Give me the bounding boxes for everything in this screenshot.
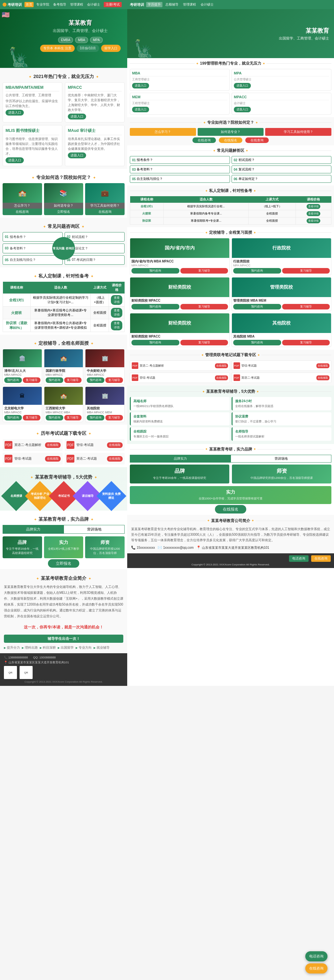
school4-btn1[interactable]: 预约咨询 — [46, 415, 63, 420]
school2-btn2[interactable]: 复习辅导 — [105, 377, 123, 383]
school1-btn2[interactable]: 复习辅导 — [64, 377, 82, 383]
right-nav-link-0[interactable]: 学历提升 — [146, 2, 162, 7]
school2-btn1[interactable]: 预约咨询 — [87, 377, 104, 383]
right-online-btn3[interactable]: 在线查询 — [245, 137, 269, 143]
right-school-btn0-1[interactable]: 预约咨询 — [131, 268, 179, 274]
right-footer-btn-phone[interactable]: 电话咨询 — [289, 555, 309, 562]
faq-item-1[interactable]: 02 初试流程？ — [65, 232, 125, 242]
right-nav-link-2[interactable]: 管理课程 — [181, 2, 198, 7]
right-major-card-3: MPACC 会计硕士 进题入口 — [231, 93, 331, 115]
right-custom-btn-2[interactable]: 查看详情 — [307, 218, 320, 223]
choose-card-btn-0[interactable]: 在线咨询 — [3, 208, 42, 215]
right-online-btn[interactable]: 在线咨询 — [192, 137, 216, 143]
right-faq-item-3[interactable]: 04 复试流程？ — [231, 165, 332, 173]
about-cta[interactable]: 辅导学生出击一次！ — [4, 635, 123, 643]
right-faq-item-5[interactable]: 06 单证如何定？ — [231, 175, 332, 183]
right-custom-btn-1[interactable]: 查看详情 — [307, 211, 320, 216]
faq-item-0[interactable]: 01 报考条件？ — [3, 232, 63, 242]
custom-row1-btn[interactable]: 查看详情 — [111, 308, 122, 318]
right-school-btn5-2[interactable]: 复习辅导 — [282, 340, 330, 345]
major-card-link-0[interactable]: 进题入口 — [6, 110, 24, 116]
right-choose-item-1[interactable]: 如何选专业？ — [198, 128, 264, 136]
hero-btn2[interactable]: 3月份/10月 — [77, 45, 99, 52]
faq-item-4[interactable]: 05 自主划线与排位？ — [3, 255, 63, 265]
major-card-link-3[interactable]: 进题入口 — [68, 153, 86, 158]
right-school-btn0-2[interactable]: 复习辅导 — [180, 268, 228, 274]
right-download-btn-1[interactable]: 在线领取 — [317, 363, 329, 368]
right-custom-btn-0[interactable]: 查看详情 — [307, 204, 320, 209]
right-hero: 🗽 某某教育 出国留学、工商管理、会计硕士 — [127, 9, 334, 58]
download-btn-0[interactable]: 在线领取 — [45, 442, 61, 448]
nav-link-prep[interactable]: 备考指导 — [52, 2, 68, 7]
school5-btn2[interactable]: 复习辅导 — [105, 415, 123, 420]
download-btn-1[interactable]: 在线领取 — [107, 442, 123, 448]
left-hero: 🇺🇸 🗽 某某教育 出国留学、工商管理、会计硕士 EMBA MBA MPA 专升… — [0, 9, 127, 68]
right-school-btn4-2[interactable]: 复习辅导 — [180, 340, 228, 345]
right-school-btn3-1[interactable]: 预约咨询 — [233, 304, 281, 309]
school0-btn2[interactable]: 复习辅导 — [23, 377, 40, 383]
right-brand-tab-1[interactable]: 营训场地 — [231, 455, 331, 463]
right-brand-tab-0[interactable]: 品牌实力 — [130, 455, 231, 463]
right-contact: 📞 15xxxxxxxxx ✉️ 1xxxxxxxxx@qq.com 📍 山东省… — [131, 546, 330, 550]
right-school-btn3-2[interactable]: 复习辅导 — [282, 304, 330, 309]
brand-cards: 品牌 专注于考研20余年，一线高校课题组研究 实力 全程1对1+线上线下教学 师… — [3, 536, 125, 558]
choose-card-btn-2[interactable]: 在线咨询 — [85, 208, 125, 215]
school4-btn2[interactable]: 复习辅导 — [64, 415, 82, 420]
right-school-btn2-1[interactable]: 预约咨询 — [131, 304, 179, 309]
custom-row0-btn[interactable]: 查看详情 — [111, 295, 122, 305]
register-btn[interactable]: 立即报名 — [48, 559, 79, 568]
brand-card-1: 实力 全程1对1+线上线下教学 — [44, 536, 84, 558]
download-btn-2[interactable]: 在线领取 — [45, 456, 61, 461]
faq-item-5[interactable]: 06 07.考试的日期？ — [65, 255, 125, 265]
right-download-btn-0[interactable]: 在线领取 — [215, 363, 228, 368]
right-about-text: 某某某考研教育是专注大考的专业化辅导机构，教育理念的核心在专注、专业的交互式学习… — [131, 526, 330, 543]
nav-link-mgmt[interactable]: 管理课程 — [69, 2, 84, 7]
brand-tab-1[interactable]: 营训场地 — [63, 525, 125, 534]
right-school-img-1: 行政院校 — [232, 238, 331, 258]
right-major-link-3[interactable]: 进题入口 — [234, 107, 251, 112]
right-school-btn5-1[interactable]: 预约咨询 — [233, 340, 281, 345]
school5-btn1[interactable]: 预约咨询 — [87, 415, 104, 420]
nav-register-btn[interactable]: 注册/考试 — [104, 2, 122, 7]
right-download-btn-3[interactable]: 在线领取 — [317, 375, 329, 380]
right-faq-item-1[interactable]: 02 初试流程？ — [231, 156, 332, 164]
download-btn-3[interactable]: 在线领取 — [107, 456, 123, 461]
brand-tab-0[interactable]: 品牌实力 — [3, 525, 63, 534]
nav-link-home[interactable]: 首页 — [24, 2, 33, 7]
right-school-btn4-1[interactable]: 预约咨询 — [131, 340, 179, 345]
right-choose-item-0[interactable]: 怎么学习？ — [130, 128, 196, 136]
major-card-link-1[interactable]: 进题入口 — [68, 114, 86, 119]
right-cta-btn[interactable]: 在线报名 — [215, 505, 246, 514]
school1-btn1[interactable]: 预约咨询 — [46, 377, 63, 383]
school0-btn1[interactable]: 预约咨询 — [4, 377, 22, 383]
right-adv-item-5: 名师指导 一线名师亲授试题解析 — [231, 427, 331, 441]
right-school-btn1-1[interactable]: 预约咨询 — [233, 268, 281, 274]
major-card-2: MLIS 图书情报硕士 学习图书馆学、信息资源管理、知识服务等领域知识，注重理论… — [3, 125, 62, 166]
school3-btn1[interactable]: 预约咨询 — [4, 415, 22, 420]
right-nav-link-1[interactable]: 总额辅导 — [164, 2, 180, 7]
hero-btn3[interactable]: 留学入口 — [101, 45, 121, 52]
right-faq-item-2[interactable]: 03 备考资料？ — [130, 165, 230, 173]
custom-row2-btn[interactable]: 查看详情 — [111, 321, 122, 330]
right-online-btn2[interactable]: 在线报名 — [219, 137, 242, 143]
nav-link-major[interactable]: 专业学院 — [35, 2, 51, 7]
right-major-link-1[interactable]: 进题入口 — [234, 83, 251, 89]
major-card-link-2[interactable]: 进题入口 — [6, 158, 24, 163]
download-item-2: PDF 管综·考试题 在线领取 — [3, 453, 63, 465]
right-download-btn-2[interactable]: 在线领取 — [215, 375, 228, 380]
hero-btn1[interactable]: 专升本 本科生 注意 — [40, 45, 75, 52]
right-nav-link-3[interactable]: 会计硕士 — [199, 2, 215, 7]
school3-btn2[interactable]: 复习辅导 — [23, 415, 40, 420]
right-major-link-0[interactable]: 进题入口 — [132, 83, 149, 89]
right-choose-item-2[interactable]: 学习工具如何使用？ — [265, 128, 331, 136]
right-footer-btn-online[interactable]: 在线咨询 — [311, 555, 331, 562]
right-school-btn2-2[interactable]: 复习辅导 — [180, 304, 228, 309]
right-faq-item-0[interactable]: 01 报考条件？ — [130, 156, 230, 164]
right-faq-item-4[interactable]: 05 自主划线与排位？ — [130, 175, 230, 183]
right-major-link-2[interactable]: 进题入口 — [132, 107, 149, 112]
choose-card-btn-1[interactable]: 立即报名 — [44, 208, 84, 215]
right-faq-title: 常见问题解答区 — [130, 148, 331, 153]
nav-link-acct[interactable]: 会计硕士 — [86, 2, 101, 7]
right-school-title: 定校辅导，全程复习面授 — [130, 230, 331, 235]
right-school-btn1-2[interactable]: 复习辅导 — [282, 268, 330, 274]
